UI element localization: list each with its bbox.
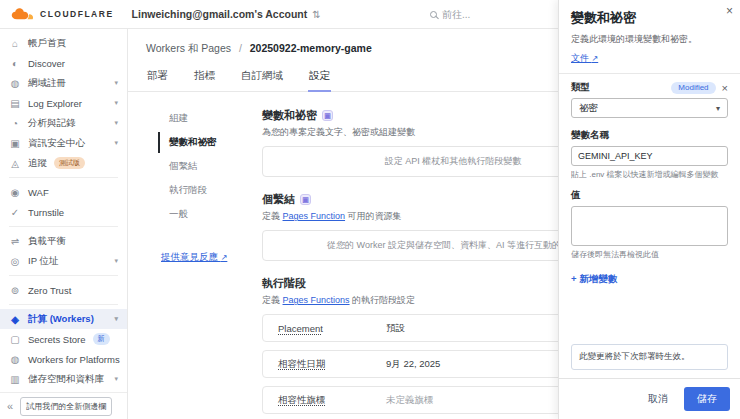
subnav-general[interactable]: 一般 [158, 204, 258, 225]
value-textarea[interactable] [571, 206, 728, 246]
feedback-link-label: 提供意見反應 [161, 251, 218, 262]
tab-deployments[interactable]: 部署 [146, 65, 169, 91]
row-label[interactable]: 相容性旗標 [278, 394, 386, 407]
desc-text: 定義 [262, 295, 283, 305]
sidebar-item-label: Log Explorer [28, 98, 82, 109]
trace-icon: ◬ [9, 158, 21, 169]
cloudflare-cloud-icon [10, 7, 36, 22]
docs-icon[interactable]: ▣ [300, 194, 311, 205]
type-select[interactable]: 祕密 ▾ [571, 98, 728, 118]
tab-metrics[interactable]: 指標 [193, 65, 216, 91]
runtime-row-compatibility-date: 相容性日期 9月 22, 2025 [262, 350, 558, 378]
variable-name-input[interactable] [571, 146, 728, 166]
save-button[interactable]: 儲存 [684, 387, 730, 411]
try-new-sidebar-button[interactable]: 試用我們的全新側邊欄 [20, 397, 112, 416]
subnav-builds[interactable]: 組建 [158, 108, 258, 129]
row-label[interactable]: Placement [278, 323, 386, 334]
sidebar-footer: « 試用我們的全新側邊欄 [0, 392, 127, 419]
platforms-icon: ◍ [9, 354, 21, 365]
sidebar-item-storage-databases[interactable]: ▥ 儲存空間和資料庫 ▾ [0, 369, 127, 389]
subnav-bindings[interactable]: 個繫結 [158, 156, 258, 177]
section-title: 執行階段 [262, 276, 558, 291]
account-switcher[interactable]: Linweiching@gmail.com's Account ⇅ [132, 8, 321, 20]
section-title-label: 執行階段 [262, 276, 306, 291]
runtime-row-placement: Placement 預設 [262, 314, 558, 342]
beta-badge: 測試版 [54, 157, 85, 168]
row-label[interactable]: 相容性日期 [278, 358, 386, 371]
sidebar-item-workers[interactable]: ◈ 計算 (Workers) ▾ [0, 309, 127, 329]
bindings-empty-card[interactable]: 從您的 Worker 設定與儲存空間、資料庫、AI 等進行互動的方式 [262, 230, 558, 261]
runtime-row-compatibility-flags: 相容性旗標 未定義旗標 [262, 386, 558, 414]
value-helper: 儲存後即無法再檢視此值 [571, 249, 728, 260]
tab-custom-domains[interactable]: 自訂網域 [240, 65, 284, 91]
cancel-button[interactable]: 取消 [642, 388, 674, 410]
variables-secrets-panel: × 變數和祕密 定義此環境的環境變數和祕密。 文件 ↗ 類型 Modified … [558, 0, 740, 419]
panel-title: 變數和祕密 [571, 9, 728, 27]
section-desc: 為您的專案定義文字、祕密或組建變數 [262, 126, 558, 139]
feedback-link[interactable]: 提供意見反應 ↗ [161, 251, 258, 264]
chevron-down-icon: ▾ [114, 79, 118, 87]
account-name: Linweiching@gmail.com's Account [132, 8, 308, 20]
variables-empty-card[interactable]: 設定 API 權杖和其他執行階段變數 [262, 146, 558, 177]
desc-text: 可用的資源集 [345, 211, 402, 221]
remove-variable-icon[interactable]: × [722, 82, 728, 94]
sidebar-item-discover[interactable]: ◐ Discover [0, 53, 127, 73]
settings-subnav: 組建 變數和祕密 個繫結 執行階段 一般 提供意見反應 ↗ [158, 108, 258, 419]
tab-settings[interactable]: 設定 [308, 65, 331, 92]
sidebar-item-trace[interactable]: ◬ 追蹤 測試版 [0, 153, 127, 173]
collapse-sidebar-icon[interactable]: « [7, 400, 13, 412]
sidebar-item-account-home[interactable]: ⌂ 帳戶首頁 [0, 33, 127, 53]
cloudflare-logo[interactable]: CLOUDFLARE [0, 7, 122, 22]
discover-icon: ◐ [9, 58, 21, 69]
sidebar-item-analytics[interactable]: ◔ 分析與記錄 ▾ [0, 113, 127, 133]
sidebar-item-turnstile[interactable]: ✓ Turnstile [0, 202, 127, 222]
sidebar-item-label: 網域註冊 [28, 77, 66, 90]
docs-icon[interactable]: ▣ [322, 110, 333, 121]
section-title: 變數和祕密 ▣ [262, 108, 558, 123]
chevron-down-icon: ▾ [114, 315, 118, 323]
subnav-runtime[interactable]: 執行階段 [158, 180, 258, 201]
desc-text: 定義 [262, 211, 283, 221]
panel-body: × 變數和祕密 定義此環境的環境變數和祕密。 文件 ↗ 類型 Modified … [559, 0, 740, 378]
chevron-down-icon: ▾ [114, 375, 118, 383]
sidebar-item-label: 分析與記錄 [28, 117, 76, 130]
sidebar-item-workers-for-platforms[interactable]: ◍ Workers for Platforms [0, 349, 127, 369]
type-row: 類型 Modified × [571, 81, 728, 94]
pages-function-link[interactable]: Pages Function [283, 211, 346, 221]
sidebar-item-zero-trust[interactable]: ⊚ Zero Trust [0, 280, 127, 300]
load-balancing-icon: ⇌ [9, 236, 21, 247]
zero-trust-icon: ⊚ [9, 285, 21, 296]
variable-name-label: 變數名稱 [571, 129, 728, 142]
sidebar-item-label: Secrets Store [28, 334, 86, 345]
add-variable-button[interactable]: + 新增變數 [571, 273, 728, 286]
sidebar-item-security-center[interactable]: ▣ 資訊安全中心 ▾ [0, 133, 127, 153]
sidebar-item-label: WAF [28, 187, 49, 198]
sidebar-item-load-balancing[interactable]: ⇌ 負載平衡 [0, 231, 127, 251]
breadcrumb-current: 20250922-memory-game [250, 42, 372, 54]
pages-functions-link[interactable]: Pages Functions [283, 295, 350, 305]
sidebar-item-label: 負載平衡 [28, 235, 66, 248]
sidebar-divider [9, 275, 118, 276]
global-search[interactable]: 前往... [430, 0, 470, 29]
sidebar-item-waf[interactable]: ◉ WAF [0, 182, 127, 202]
section-runtime: 執行階段 定義 Pages Functions 的執行階段設定 Placemen… [262, 276, 558, 419]
deploy-note: 此變更將於下次部署時生效。 [571, 344, 728, 370]
desc-text: 的執行階段設定 [350, 295, 416, 305]
sidebar-item-secrets-store[interactable]: ▢ Secrets Store 新 [0, 329, 127, 349]
home-icon: ⌂ [9, 38, 21, 49]
section-bindings: 個繫結 ▣ 定義 Pages Function 可用的資源集 從您的 Worke… [262, 192, 558, 261]
subnav-variables-secrets[interactable]: 變數和祕密 [158, 132, 258, 153]
sidebar-item-log-explorer[interactable]: ▤ Log Explorer ▾ [0, 93, 127, 113]
type-label: 類型 [571, 81, 590, 94]
variable-name-helper: 貼上 .env 檔案以快速新增或編輯多個變數 [571, 169, 728, 180]
docs-link[interactable]: 文件 ↗ [571, 52, 728, 65]
sidebar-item-ip-addresses[interactable]: ◎ IP 位址 ▾ [0, 251, 127, 271]
close-icon[interactable]: × [726, 4, 733, 18]
sidebar-item-domain-registration[interactable]: ◍ 網域註冊 ▾ [0, 73, 127, 93]
breadcrumb-parent[interactable]: Workers 和 Pages [146, 42, 231, 54]
sidebar: ⌂ 帳戶首頁 ◐ Discover ◍ 網域註冊 ▾ ▤ Log Explore… [0, 29, 128, 419]
sidebar-divider [9, 226, 118, 227]
chevron-down-icon: ▾ [716, 104, 720, 113]
search-label: 前往... [442, 8, 470, 22]
chevron-down-icon: ▾ [114, 119, 118, 127]
